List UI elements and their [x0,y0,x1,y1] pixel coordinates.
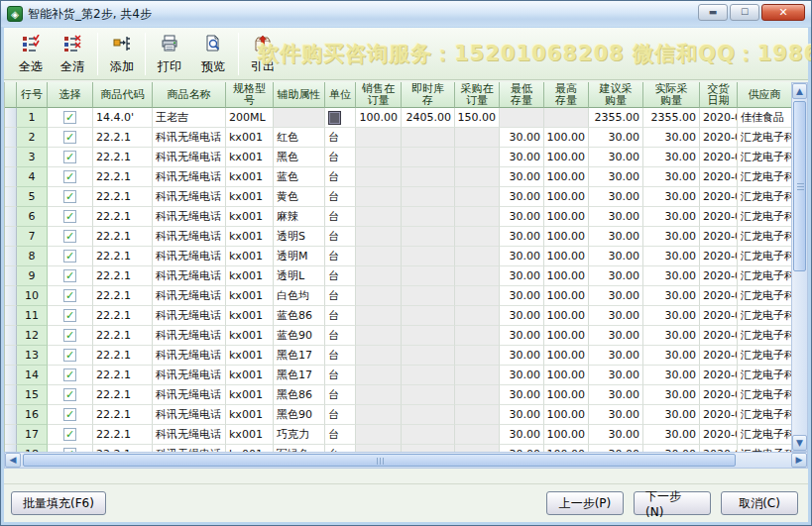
product-name-cell[interactable]: 科讯无绳电话 [153,346,226,366]
aux-attribute-cell[interactable]: 透明L [274,266,325,286]
max-stock-cell[interactable]: 100.00 [544,128,589,148]
aux-attribute-cell[interactable]: 红色 [274,128,325,148]
row-checkbox[interactable]: ✓ [63,329,76,342]
sales-on-order-cell[interactable] [356,306,402,326]
row-select-cell[interactable]: ✓ [48,108,93,128]
aux-attribute-cell[interactable]: 黑色90 [274,405,325,425]
sales-on-order-cell[interactable] [356,247,402,266]
column-header[interactable]: 最高 存量 [544,82,589,108]
aux-attribute-cell[interactable]: 黑色17 [274,346,325,366]
sales-on-order-cell[interactable] [356,187,402,207]
supplier-cell[interactable]: 汇龙电子科 [738,306,791,326]
maximize-button[interactable]: ☐ [730,4,759,21]
spec-model-cell[interactable]: kx001 [226,326,274,346]
suggested-qty-cell[interactable]: 30.00 [589,187,643,207]
delivery-date-cell[interactable]: 2020-0 [700,405,738,425]
min-stock-cell[interactable]: 30.00 [500,425,544,445]
actual-qty-cell[interactable]: 30.00 [643,187,700,207]
actual-qty-cell[interactable]: 2355.00 [643,108,700,128]
purchase-on-order-cell[interactable] [455,207,500,227]
purchase-on-order-cell[interactable] [455,266,500,286]
product-code-cell[interactable]: 22.2.1 [93,148,153,167]
aux-attribute-cell[interactable]: 蓝色90 [274,326,325,346]
max-stock-cell[interactable]: 100.00 [544,306,589,326]
product-name-cell[interactable]: 科讯无绳电话 [153,445,226,452]
max-stock-cell[interactable]: 100.00 [544,366,589,385]
actual-qty-cell[interactable]: 30.00 [643,167,700,187]
min-stock-cell[interactable]: 30.00 [500,445,544,452]
supplier-cell[interactable]: 汇龙电子科 [738,385,791,405]
min-stock-cell[interactable]: 30.00 [500,266,544,286]
row-select-cell[interactable]: ✓ [48,187,93,207]
supplier-cell[interactable]: 汇龙电子科 [738,286,791,306]
max-stock-cell[interactable]: 100.00 [544,405,589,425]
product-code-cell[interactable]: 22.2.1 [93,346,153,366]
suggested-qty-cell[interactable]: 30.00 [589,227,643,247]
delivery-date-cell[interactable]: 2020-0 [700,247,738,266]
product-code-cell[interactable]: 22.2.1 [93,385,153,405]
delivery-date-cell[interactable]: 2020-0 [700,306,738,326]
max-stock-cell[interactable]: 100.00 [544,425,589,445]
sales-on-order-cell[interactable] [356,167,402,187]
min-stock-cell[interactable]: 30.00 [500,167,544,187]
aux-attribute-cell[interactable]: 黑色17 [274,366,325,385]
suggested-qty-cell[interactable]: 2355.00 [589,108,643,128]
product-name-cell[interactable]: 科讯无绳电话 [153,306,226,326]
scroll-left-icon[interactable]: ◀ [5,453,21,468]
column-header[interactable]: 建议采 购量 [589,82,643,108]
row-select-cell[interactable]: ✓ [48,227,93,247]
column-header[interactable]: 供应商 [738,82,792,108]
column-header[interactable]: 实际采 购量 [643,82,700,108]
print-button[interactable]: 打印 [149,32,190,77]
max-stock-cell[interactable]: 100.00 [544,445,589,452]
sales-on-order-cell[interactable] [356,286,402,306]
purchase-on-order-cell[interactable] [455,167,500,187]
suggested-qty-cell[interactable]: 30.00 [589,385,643,405]
unit-cell[interactable]: 台 [325,207,356,227]
column-header[interactable]: 即时库 存 [402,82,455,108]
spec-model-cell[interactable]: kx001 [226,227,274,247]
sales-on-order-cell[interactable]: 100.00 [356,108,402,128]
row-checkbox[interactable]: ✓ [63,428,76,441]
row-checkbox[interactable]: ✓ [63,269,76,282]
row-select-cell[interactable]: ✓ [48,346,93,366]
min-stock-cell[interactable]: 30.00 [500,148,544,167]
current-stock-cell[interactable]: 2405.00 [402,108,455,128]
unit-dropdown-icon[interactable] [328,111,341,125]
spec-model-cell[interactable]: kx001 [226,128,274,148]
aux-attribute-cell[interactable]: 巧克力 [274,425,325,445]
prev-step-button[interactable]: 上一步(P) [546,491,624,515]
scroll-down-icon[interactable]: ▼ [792,435,807,451]
current-stock-cell[interactable] [402,425,455,445]
product-code-cell[interactable]: 22.2.1 [93,247,153,266]
supplier-cell[interactable]: 汇龙电子科 [738,266,791,286]
spec-model-cell[interactable]: kx001 [226,167,274,187]
row-checkbox[interactable]: ✓ [63,349,76,362]
purchase-on-order-cell[interactable] [455,346,500,366]
min-stock-cell[interactable]: 30.00 [500,128,544,148]
product-name-cell[interactable]: 科讯无绳电话 [153,207,226,227]
product-name-cell[interactable]: 科讯无绳电话 [153,167,226,187]
max-stock-cell[interactable]: 100.00 [544,187,589,207]
current-stock-cell[interactable] [402,148,455,167]
max-stock-cell[interactable]: 100.00 [544,346,589,366]
spec-model-cell[interactable]: kx001 [226,148,274,167]
product-name-cell[interactable]: 科讯无绳电话 [153,148,226,167]
row-select-cell[interactable]: ✓ [48,385,93,405]
spec-model-cell[interactable]: kx001 [226,266,274,286]
current-stock-cell[interactable] [402,326,455,346]
suggested-qty-cell[interactable]: 30.00 [589,405,643,425]
max-stock-cell[interactable]: 100.00 [544,247,589,266]
spec-model-cell[interactable]: 200ML [226,108,274,128]
actual-qty-cell[interactable]: 30.00 [643,128,700,148]
horizontal-scrollbar[interactable]: ◀ ▶ [4,452,808,469]
delivery-date-cell[interactable]: 2020-0 [700,445,738,452]
supplier-cell[interactable]: 汇龙电子科 [738,128,791,148]
row-checkbox[interactable]: ✓ [63,250,76,263]
sales-on-order-cell[interactable] [356,266,402,286]
actual-qty-cell[interactable]: 30.00 [643,247,700,266]
actual-qty-cell[interactable]: 30.00 [643,326,700,346]
spec-model-cell[interactable]: kx001 [226,425,274,445]
actual-qty-cell[interactable]: 30.00 [643,266,700,286]
row-select-cell[interactable]: ✓ [48,247,93,266]
